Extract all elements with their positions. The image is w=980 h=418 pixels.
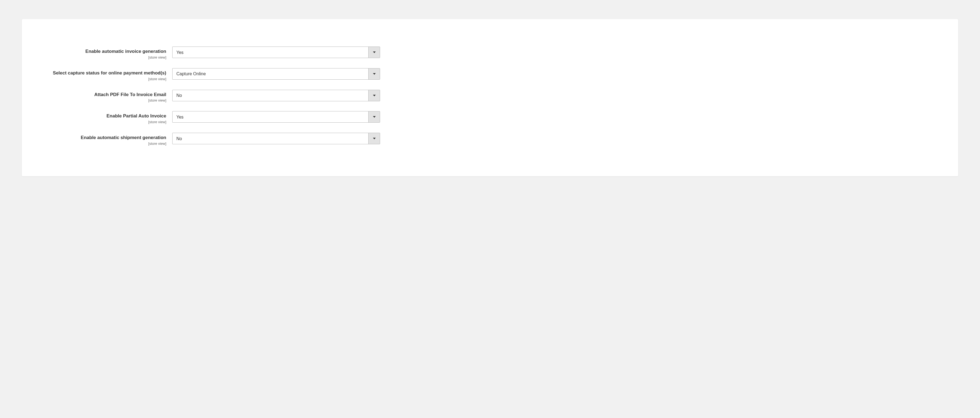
scope-label: [store view] [44, 77, 166, 81]
scope-label: [store view] [44, 55, 166, 59]
control-col: Yes [172, 111, 936, 123]
control-col: Yes [172, 46, 936, 58]
label-col: Attach PDF File To Invoice Email [store … [44, 90, 172, 103]
field-label: Attach PDF File To Invoice Email [44, 91, 166, 98]
scope-label: [store view] [44, 142, 166, 146]
scope-label: [store view] [44, 120, 166, 124]
select-wrap: No [172, 133, 380, 144]
control-col: No [172, 90, 936, 101]
enable-auto-shipment-select[interactable]: No [172, 133, 380, 144]
row-capture-status: Select capture status for online payment… [44, 68, 936, 81]
enable-auto-invoice-select[interactable]: Yes [172, 46, 380, 58]
attach-pdf-select[interactable]: No [172, 90, 380, 101]
field-label: Enable automatic invoice generation [44, 48, 166, 55]
label-col: Enable automatic invoice generation [sto… [44, 46, 172, 59]
label-col: Enable automatic shipment generation [st… [44, 133, 172, 146]
capture-status-select[interactable]: Capture Online [172, 68, 380, 80]
row-attach-pdf: Attach PDF File To Invoice Email [store … [44, 90, 936, 103]
settings-panel: Enable automatic invoice generation [sto… [22, 19, 958, 176]
label-col: Enable Partial Auto Invoice [store view] [44, 111, 172, 124]
select-wrap: No [172, 90, 380, 101]
select-wrap: Capture Online [172, 68, 380, 80]
control-col: Capture Online [172, 68, 936, 80]
select-wrap: Yes [172, 111, 380, 123]
field-label: Select capture status for online payment… [44, 70, 166, 77]
field-label: Enable automatic shipment generation [44, 134, 166, 141]
label-col: Select capture status for online payment… [44, 68, 172, 81]
row-enable-auto-shipment: Enable automatic shipment generation [st… [44, 133, 936, 146]
row-enable-auto-invoice: Enable automatic invoice generation [sto… [44, 46, 936, 59]
row-enable-partial-auto-invoice: Enable Partial Auto Invoice [store view]… [44, 111, 936, 124]
control-col: No [172, 133, 936, 144]
scope-label: [store view] [44, 98, 166, 102]
enable-partial-auto-invoice-select[interactable]: Yes [172, 111, 380, 123]
field-label: Enable Partial Auto Invoice [44, 113, 166, 120]
select-wrap: Yes [172, 46, 380, 58]
